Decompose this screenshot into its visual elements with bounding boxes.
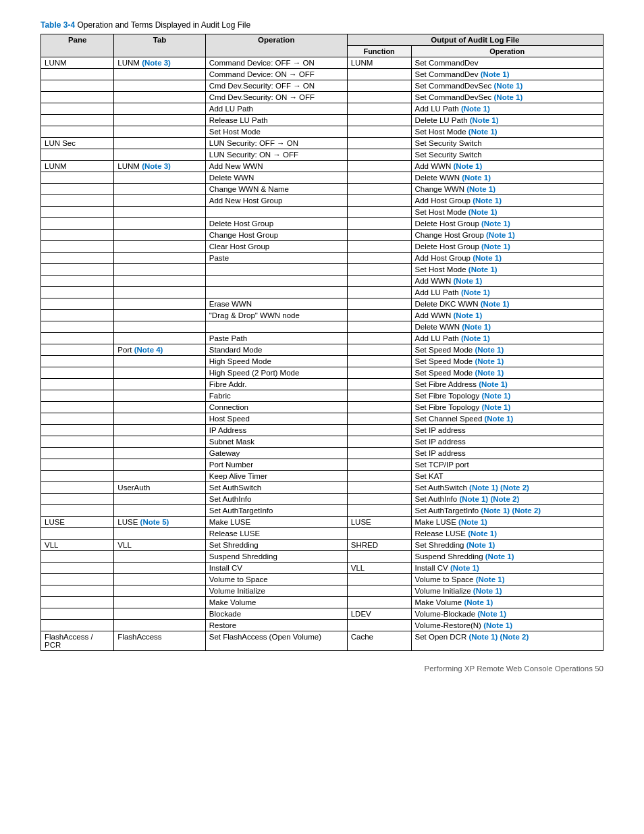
cell-operation: Command Device: OFF → ON <box>205 57 347 69</box>
cell-tab <box>114 620 205 631</box>
cell-tab <box>114 172 205 184</box>
cell-tab <box>114 585 205 597</box>
cell-output-op: Set IP address <box>411 436 603 448</box>
cell-function <box>347 482 411 494</box>
cell-output-op: Set Channel Speed (Note 1) <box>411 413 603 425</box>
cell-output-op: Volume-Restore(N) (Note 1) <box>411 620 603 631</box>
table-row: VLLVLLSet ShreddingSHREDSet Shredding (N… <box>41 540 603 551</box>
cell-pane <box>41 574 114 585</box>
cell-tab <box>114 563 205 574</box>
cell-operation: High Speed (2 Port) Mode <box>205 367 347 379</box>
table-row: Install CVVLLInstall CV (Note 1) <box>41 563 603 574</box>
table-row: Port (Note 4)Standard ModeSet Speed Mode… <box>41 344 603 356</box>
cell-output-op: Set Fibre Topology (Note 1) <box>411 390 603 402</box>
cell-operation: Set Host Mode <box>205 126 347 138</box>
cell-output-op: Delete Host Group (Note 1) <box>411 218 603 230</box>
cell-pane <box>41 528 114 540</box>
cell-function <box>347 287 411 298</box>
cell-function <box>347 459 411 471</box>
cell-function <box>347 253 411 264</box>
cell-tab <box>114 390 205 402</box>
table-row: Fibre Addr.Set Fibre Address (Note 1) <box>41 379 603 390</box>
cell-output-op: Volume-Blockade (Note 1) <box>411 608 603 620</box>
cell-output-op: Add WWN (Note 1) <box>411 276 603 287</box>
table-row: Host SpeedSet Channel Speed (Note 1) <box>41 413 603 425</box>
cell-output-op: Set AuthInfo (Note 1) (Note 2) <box>411 494 603 505</box>
cell-operation: "Drag & Drop" WWN node <box>205 310 347 321</box>
cell-output-op: Suspend Shredding (Note 1) <box>411 551 603 563</box>
table-row: IP AddressSet IP address <box>41 425 603 436</box>
table-row: Command Device: ON → OFFSet CommandDev (… <box>41 69 603 80</box>
cell-tab <box>114 356 205 367</box>
cell-function <box>347 172 411 184</box>
cell-tab <box>114 505 205 517</box>
cell-function: LUSE <box>347 517 411 528</box>
cell-pane <box>41 321 114 333</box>
table-row: Add New Host GroupAdd Host Group (Note 1… <box>41 195 603 207</box>
table-title: Table 3-4 Operation and Terms Displayed … <box>41 20 603 30</box>
cell-output-op: Set KAT <box>411 471 603 482</box>
cell-output-op: Volume Initialize (Note 1) <box>411 585 603 597</box>
table-row: Delete Host GroupDelete Host Group (Note… <box>41 218 603 230</box>
cell-pane <box>41 172 114 184</box>
cell-function <box>347 321 411 333</box>
cell-operation: Command Device: ON → OFF <box>205 69 347 80</box>
cell-tab <box>114 459 205 471</box>
table-row: GatewaySet IP address <box>41 448 603 459</box>
cell-pane <box>41 494 114 505</box>
table-row: Add WWN (Note 1) <box>41 276 603 287</box>
cell-tab: Port (Note 4) <box>114 344 205 356</box>
table-row: ConnectionSet Fibre Topology (Note 1) <box>41 402 603 413</box>
cell-function <box>347 505 411 517</box>
cell-output-op: Set Host Mode (Note 1) <box>411 126 603 138</box>
cell-operation: Add LU Path <box>205 103 347 115</box>
cell-tab <box>114 264 205 276</box>
cell-function <box>347 356 411 367</box>
cell-output-op: Set IP address <box>411 448 603 459</box>
cell-function <box>347 390 411 402</box>
cell-pane <box>41 344 114 356</box>
cell-tab <box>114 276 205 287</box>
cell-operation: Subnet Mask <box>205 436 347 448</box>
cell-operation: Connection <box>205 402 347 413</box>
cell-tab <box>114 494 205 505</box>
table-row: PasteAdd Host Group (Note 1) <box>41 253 603 264</box>
table-row: "Drag & Drop" WWN nodeAdd WWN (Note 1) <box>41 310 603 321</box>
table-row: Erase WWNDelete DKC WWN (Note 1) <box>41 298 603 310</box>
cell-tab: LUNM (Note 3) <box>114 57 205 69</box>
cell-function <box>347 379 411 390</box>
cell-tab <box>114 528 205 540</box>
cell-operation: LUN Security: ON → OFF <box>205 149 347 161</box>
cell-function <box>347 80 411 92</box>
cell-output-op: Add WWN (Note 1) <box>411 161 603 172</box>
table-row: UserAuthSet AuthSwitchSet AuthSwitch (No… <box>41 482 603 494</box>
cell-operation: Gateway <box>205 448 347 459</box>
table-row: FabricSet Fibre Topology (Note 1) <box>41 390 603 402</box>
table-row: Delete WWN (Note 1) <box>41 321 603 333</box>
cell-function <box>347 264 411 276</box>
table-title-text: Operation and Terms Displayed in Audit L… <box>75 20 250 30</box>
cell-operation: Suspend Shredding <box>205 551 347 563</box>
cell-tab <box>114 436 205 448</box>
cell-operation: Install CV <box>205 563 347 574</box>
cell-output-op: Set AuthSwitch (Note 1) (Note 2) <box>411 482 603 494</box>
cell-tab <box>114 597 205 608</box>
cell-function <box>347 597 411 608</box>
cell-pane <box>41 184 114 195</box>
cell-output-op: Add LU Path (Note 1) <box>411 333 603 344</box>
cell-operation: Release LU Path <box>205 115 347 126</box>
cell-output-op: Set Fibre Address (Note 1) <box>411 379 603 390</box>
cell-output-op: Set Speed Mode (Note 1) <box>411 344 603 356</box>
cell-pane <box>41 425 114 436</box>
cell-operation: Make Volume <box>205 597 347 608</box>
table-body: LUNMLUNM (Note 3)Command Device: OFF → O… <box>41 57 603 651</box>
cell-output-op: Set Fibre Topology (Note 1) <box>411 402 603 413</box>
cell-pane <box>41 310 114 321</box>
cell-output-op: Delete Host Group (Note 1) <box>411 241 603 253</box>
cell-pane <box>41 563 114 574</box>
cell-output-op: Install CV (Note 1) <box>411 563 603 574</box>
cell-function <box>347 471 411 482</box>
cell-operation: Change WWN & Name <box>205 184 347 195</box>
cell-function <box>347 161 411 172</box>
cell-tab <box>114 413 205 425</box>
